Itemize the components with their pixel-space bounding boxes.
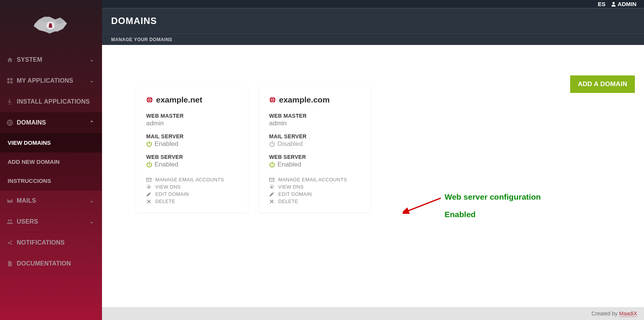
annotation-line1: Web server configuration — [445, 192, 541, 202]
mail-server-label: MAIL SERVER — [146, 133, 238, 139]
status-text: Enabled — [277, 161, 301, 168]
nav-label: MAILS — [17, 197, 36, 204]
nav-label: DOMAINS — [17, 119, 46, 126]
status-text: Disabled — [277, 140, 303, 148]
nav-label: MY APPLICATIONS — [17, 77, 73, 84]
web-server-status: Enabled — [146, 161, 238, 168]
page-subtitle: MANAGE YOUR DOMAINS — [111, 37, 172, 42]
mail-icon — [269, 177, 274, 182]
user-label: ADMIN — [618, 1, 636, 7]
sidebar: SYSTEM ⌄ MY APPLICATIONS ⌄ INSTALL APPLI… — [0, 0, 102, 320]
domain-name: example.net — [156, 95, 202, 104]
users-icon — [7, 219, 13, 225]
footer-text: Created by — [591, 310, 617, 317]
domain-card: example.net WEB MASTER admin MAIL SERVER… — [136, 85, 248, 213]
svg-point-9 — [271, 186, 273, 187]
nav-documentation[interactable]: DOCUMENTATION — [0, 253, 102, 274]
svg-point-7 — [148, 186, 150, 187]
download-icon — [7, 99, 13, 105]
chevron-down-icon: ⌄ — [90, 78, 94, 83]
nav-system[interactable]: SYSTEM ⌄ — [0, 50, 102, 70]
web-server-label: WEB SERVER — [146, 154, 238, 160]
user-icon — [611, 2, 616, 7]
chevron-up-icon: ⌃ — [90, 120, 94, 125]
nav-label: INSTALL APPLICATIONS — [17, 98, 90, 105]
domain-title: example.net — [146, 95, 238, 104]
web-master-value: admin — [269, 120, 361, 127]
chevron-down-icon: ⌄ — [90, 219, 94, 224]
mail-icon — [146, 177, 151, 182]
domain-actions: MANAGE EMAIL ACCOUNTS VIEW DNS EDIT DOMA… — [146, 176, 238, 205]
domain-actions: MANAGE EMAIL ACCOUNTS VIEW DNS EDIT DOMA… — [269, 176, 361, 205]
nav-label: USERS — [17, 218, 38, 225]
add-domain-button[interactable]: ADD A DOMAIN — [570, 75, 635, 93]
action-delete[interactable]: DELETE — [269, 198, 361, 205]
subnav-add-new-domain[interactable]: ADD NEW DOMAIN — [0, 152, 102, 171]
svg-line-10 — [406, 198, 441, 211]
nav-domains-submenu: VIEW DOMAINS ADD NEW DOMAIN INSTRUCCIONS — [0, 133, 102, 190]
nav-mails[interactable]: MAILS ⌄ — [0, 190, 102, 211]
nav-label: SYSTEM — [17, 56, 42, 63]
chevron-down-icon: ⌄ — [90, 57, 94, 62]
grid-icon — [7, 78, 13, 84]
nav-my-applications[interactable]: MY APPLICATIONS ⌄ — [0, 70, 102, 91]
nav-label: DOCUMENTATION — [17, 260, 71, 267]
footer: Created by MaadiX — [102, 307, 644, 320]
logo — [0, 0, 102, 50]
power-icon — [269, 162, 275, 168]
action-edit-domain[interactable]: EDIT DOMAIN — [269, 190, 361, 198]
domain-card: example.com WEB MASTER admin MAIL SERVER… — [259, 85, 371, 213]
annotation-line2: Enabled — [445, 210, 541, 219]
domain-name: example.com — [279, 95, 330, 104]
status-text: Enabled — [155, 140, 178, 148]
power-icon — [146, 141, 152, 147]
gear-icon — [269, 184, 274, 190]
action-manage-email[interactable]: MANAGE EMAIL ACCOUNTS — [269, 176, 361, 183]
nav-install-applications[interactable]: INSTALL APPLICATIONS — [0, 91, 102, 112]
action-edit-domain[interactable]: EDIT DOMAIN — [146, 190, 238, 198]
globe-icon — [7, 120, 13, 126]
edit-icon — [269, 192, 274, 197]
annotation-arrow — [403, 196, 445, 215]
home-icon — [7, 57, 13, 63]
page-subheader: MANAGE YOUR DOMAINS — [102, 34, 644, 45]
power-icon — [146, 162, 152, 168]
domain-cards: example.net WEB MASTER admin MAIL SERVER… — [136, 85, 621, 213]
nav-users[interactable]: USERS ⌄ — [0, 211, 102, 232]
action-delete[interactable]: DELETE — [146, 198, 238, 205]
edit-icon — [146, 192, 151, 197]
content: ADD A DOMAIN example.net WEB MASTER admi… — [102, 45, 644, 307]
document-icon — [7, 261, 13, 267]
nav: SYSTEM ⌄ MY APPLICATIONS ⌄ INSTALL APPLI… — [0, 50, 102, 274]
footer-link[interactable]: MaadiX — [619, 310, 637, 317]
mail-server-status: Disabled — [269, 140, 361, 148]
nav-domains[interactable]: DOMAINS ⌃ — [0, 112, 102, 133]
web-master-label: WEB MASTER — [146, 113, 238, 119]
close-icon — [269, 199, 274, 204]
logo-icon — [24, 11, 78, 38]
nav-notifications[interactable]: NOTIFICATIONS — [0, 232, 102, 253]
action-manage-email[interactable]: MANAGE EMAIL ACCOUNTS — [146, 176, 238, 183]
domain-title: example.com — [269, 95, 361, 104]
annotation: Web server configuration Enabled — [445, 192, 541, 219]
share-icon — [7, 240, 13, 246]
power-icon — [269, 141, 275, 147]
status-text: Enabled — [155, 161, 178, 168]
mail-server-label: MAIL SERVER — [269, 133, 361, 139]
subnav-instruccions[interactable]: INSTRUCCIONS — [0, 171, 102, 190]
action-view-dns[interactable]: VIEW DNS — [146, 183, 238, 190]
web-server-status: Enabled — [269, 161, 361, 168]
page-title: DOMAINS — [111, 16, 157, 26]
subnav-view-domains[interactable]: VIEW DOMAINS — [0, 133, 102, 152]
user-menu[interactable]: ADMIN — [611, 1, 636, 7]
action-view-dns[interactable]: VIEW DNS — [269, 183, 361, 190]
web-server-label: WEB SERVER — [269, 154, 361, 160]
nav-label: NOTIFICATIONS — [17, 239, 65, 246]
close-icon — [146, 199, 151, 204]
mail-server-status: Enabled — [146, 140, 238, 148]
chevron-down-icon: ⌄ — [90, 198, 94, 203]
web-master-value: admin — [146, 120, 238, 127]
web-master-label: WEB MASTER — [269, 113, 361, 119]
language-switch[interactable]: ES — [598, 1, 606, 7]
mail-icon — [7, 198, 13, 204]
